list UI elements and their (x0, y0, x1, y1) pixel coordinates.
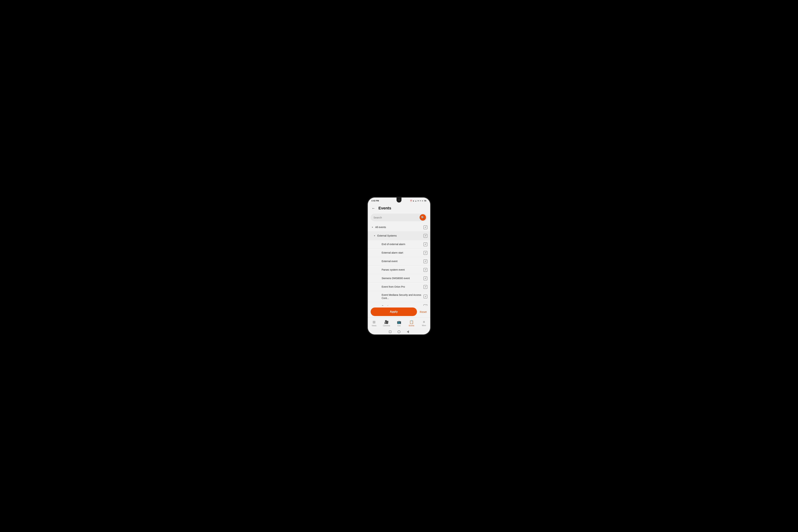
item-label-external-systems: External Systems (377, 234, 423, 237)
checkbox-external-event[interactable] (423, 260, 428, 263)
alarm-icon: ⏰ (410, 200, 412, 202)
phone-frame: 3:43 PM ⏰ ◈ ▲ ✉ ✦ ≋ 56 ← Events 🔍 (367, 197, 431, 335)
location-icon: ◈ (413, 200, 414, 202)
nav-label-eva: Eva (397, 325, 400, 327)
status-time: 3:43 PM (371, 200, 379, 202)
search-button[interactable]: 🔍 (420, 214, 426, 221)
list-item[interactable]: End of external alarm (368, 240, 430, 249)
list-item[interactable]: Siemens DMS8000 event (368, 274, 430, 283)
page-title: Events (378, 206, 391, 210)
nav-icon-more: ≡ (423, 320, 425, 324)
item-label-siemens-dms8000: Siemens DMS8000 event (382, 277, 423, 280)
item-label-parsec-system-event: Parsec system event (382, 268, 423, 271)
list-item[interactable]: Event from Orion Pro (368, 283, 430, 291)
checkbox-all-events[interactable] (423, 225, 428, 229)
camera-lens (398, 199, 400, 201)
checkbox-event-mediana[interactable] (423, 294, 428, 299)
spacer (377, 260, 381, 263)
nav-label-more: More (422, 324, 426, 326)
checkbox-end-external-alarm[interactable] (423, 242, 428, 246)
nav-item-events[interactable]: 📋Events (405, 318, 418, 329)
list-item[interactable]: External alarm start (368, 249, 430, 257)
nav-item-views[interactable]: ⊞Views (368, 318, 380, 329)
android-home-button[interactable] (397, 330, 401, 334)
nav-item-cameras[interactable]: 🎥Cameras (380, 318, 393, 329)
signal-icon: ▲ (415, 200, 417, 202)
phone-screen: 3:43 PM ⏰ ◈ ▲ ✉ ✦ ≋ 56 ← Events 🔍 (368, 197, 430, 335)
list-item[interactable]: ▼ External Systems (368, 232, 430, 240)
expand-icon[interactable]: ▼ (373, 234, 376, 238)
app-header: ← Events (368, 204, 430, 213)
nav-label-events: Events (409, 325, 414, 327)
nav-item-more[interactable]: ≡More (418, 318, 430, 329)
nav-icon-eva: 📺 (397, 320, 401, 324)
nav-item-eva[interactable]: 📺Eva (393, 318, 405, 329)
search-container: 🔍 (368, 213, 430, 223)
nav-label-cameras: Cameras (383, 325, 390, 327)
list-item[interactable]: Event Mediana Security and Access Cont..… (368, 291, 430, 302)
bluetooth-icon: ✦ (420, 200, 421, 202)
spacer (377, 277, 381, 280)
android-nav-bar (368, 329, 430, 335)
spacer (377, 295, 381, 298)
nav-icon-events: 📋 (409, 320, 414, 324)
wifi-icon: ≋ (422, 200, 423, 202)
nav-icon-cameras: 🎥 (384, 320, 389, 324)
back-icon (407, 330, 409, 333)
item-label-end-external-alarm: End of external alarm (382, 243, 423, 246)
list-item[interactable]: Parsec system event (368, 266, 430, 274)
nav-label-views: Views (372, 325, 377, 327)
status-icons: ⏰ ◈ ▲ ✉ ✦ ≋ 56 (410, 200, 427, 202)
reset-button[interactable]: Reset (419, 309, 428, 315)
expand-icon[interactable]: ▼ (370, 226, 374, 229)
bottom-nav: ⊞Views🎥Cameras📺Eva📋Events≡More (368, 318, 430, 329)
events-list[interactable]: ▼ All events ▼ External Systems End of e… (368, 223, 430, 306)
item-label-external-alarm-start: External alarm start (382, 251, 423, 254)
item-label-external-event: External event (382, 260, 423, 263)
item-label-event-mediana: Event Mediana Security and Access Cont..… (382, 293, 423, 300)
expand-arrow-icon: ▼ (374, 235, 375, 237)
spacer (377, 304, 381, 306)
checkbox-granting-access[interactable] (423, 304, 428, 306)
android-back-button[interactable] (406, 330, 410, 334)
android-recent-button[interactable] (388, 330, 392, 334)
item-label-all-events: All events (375, 226, 423, 229)
spacer (377, 285, 381, 289)
battery-icon: 56 (424, 200, 427, 202)
search-icon: 🔍 (421, 216, 424, 219)
search-input[interactable] (374, 216, 420, 219)
list-item[interactable]: ▼ All events (368, 223, 430, 232)
action-area: Apply Reset (368, 306, 430, 318)
checkbox-external-alarm-start[interactable] (423, 251, 428, 255)
list-item[interactable]: Granting access (368, 302, 430, 306)
spacer (377, 251, 381, 255)
notch (397, 197, 401, 203)
expand-arrow-icon: ▼ (372, 226, 373, 228)
nav-icon-views: ⊞ (373, 320, 376, 324)
checkbox-siemens-dms8000[interactable] (423, 277, 428, 280)
checkbox-external-systems[interactable] (423, 234, 428, 238)
back-arrow-icon: ← (372, 206, 375, 210)
status-bar: 3:43 PM ⏰ ◈ ▲ ✉ ✦ ≋ 56 (368, 197, 430, 204)
spacer (377, 268, 381, 272)
list-item[interactable]: External event (368, 257, 430, 266)
search-bar: 🔍 (370, 213, 428, 221)
message-icon: ✉ (417, 200, 419, 202)
checkbox-parsec-system-event[interactable] (423, 268, 428, 272)
back-button[interactable]: ← (370, 205, 376, 211)
home-icon (398, 330, 400, 333)
checkbox-event-orion-pro[interactable] (423, 285, 428, 289)
spacer (377, 243, 381, 246)
apply-button[interactable]: Apply (370, 307, 417, 316)
item-label-event-orion-pro: Event from Orion Pro (382, 285, 423, 288)
recent-icon (389, 330, 392, 333)
